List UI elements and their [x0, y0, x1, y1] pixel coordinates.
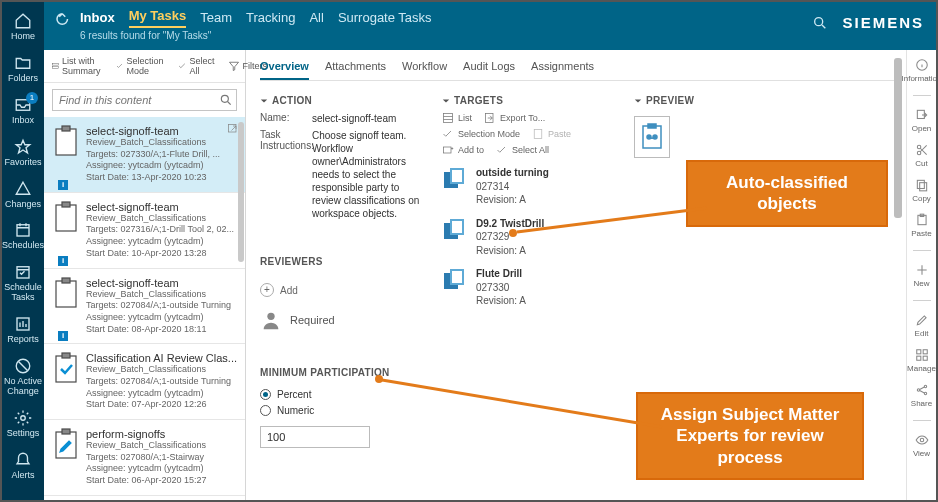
rail-paste[interactable]: Paste: [907, 213, 936, 238]
targets-section-header[interactable]: TARGETS: [442, 89, 620, 112]
min-participation-header: MINIMUM PARTICIPATION: [260, 361, 428, 384]
content-area: List with Summary Selection Mode Select …: [44, 50, 906, 500]
open-icon: [915, 108, 929, 122]
target-item[interactable]: D9.2 TwistDrill 027329 Revision: A: [442, 217, 620, 258]
svg-rect-36: [452, 271, 462, 283]
tab-audit-logs[interactable]: Audit Logs: [463, 60, 515, 80]
action-section-header[interactable]: ACTION: [260, 89, 428, 112]
task-item[interactable]: select-signoff-team Review_Batch_Classif…: [44, 269, 245, 345]
header-tab-all[interactable]: All: [309, 10, 323, 28]
task-title: perform-signoffs: [86, 428, 239, 440]
tab-overview[interactable]: Overview: [260, 60, 309, 80]
list-with-summary-button[interactable]: List with Summary: [52, 56, 106, 76]
svg-rect-49: [916, 350, 920, 354]
nav-schedules[interactable]: Schedules: [2, 215, 44, 257]
svg-point-53: [917, 389, 919, 391]
participation-value-input[interactable]: 100: [260, 426, 370, 448]
tab-assignments[interactable]: Assignments: [531, 60, 594, 80]
search-icon[interactable]: [812, 15, 828, 31]
header-tab-team[interactable]: Team: [200, 10, 232, 28]
target-name: outside turning: [476, 166, 549, 180]
search-input[interactable]: [52, 89, 237, 111]
rail-label: Paste: [911, 229, 931, 238]
svg-rect-45: [917, 180, 924, 188]
app-header: InboxMy TasksTeamTrackingAllSurrogate Ta…: [44, 2, 936, 50]
nav-changes[interactable]: Changes: [2, 174, 44, 216]
rail-manage[interactable]: Manage: [907, 348, 936, 373]
add-reviewer-button[interactable]: +Add: [260, 283, 428, 297]
nav-reports[interactable]: Reports: [2, 309, 44, 351]
task-assignee: Assignee: yytcadm (yytcadm): [86, 160, 239, 172]
nav-alerts[interactable]: Alerts: [2, 445, 44, 487]
rail-label: Manage: [907, 364, 936, 373]
home-icon: [14, 12, 32, 30]
svg-rect-37: [643, 126, 661, 148]
chevron-down-icon: [634, 97, 642, 105]
header-tab-my-tasks[interactable]: My Tasks: [129, 8, 187, 28]
nav-scheduletasks[interactable]: Schedule Tasks: [2, 257, 44, 309]
task-subtitle: Review_Batch_Classifications: [86, 289, 239, 301]
rail-edit[interactable]: Edit: [907, 313, 936, 338]
rail-open[interactable]: Open: [907, 108, 936, 133]
action-column: ACTION Name:select-signoff-team Task Ins…: [260, 89, 428, 448]
target-icon: [442, 217, 468, 243]
nav-settings[interactable]: Settings: [2, 403, 44, 445]
reviewers-section-header: REVIEWERS: [260, 250, 428, 273]
targets-selmode-button[interactable]: Selection Mode: [442, 128, 520, 140]
nav-label: Home: [11, 32, 35, 42]
header-tab-tracking[interactable]: Tracking: [246, 10, 295, 28]
tasklist-scrollbar[interactable]: [238, 122, 244, 492]
search-icon[interactable]: [219, 93, 233, 107]
preview-thumbnail[interactable]: [634, 116, 670, 158]
rail-label: New: [913, 279, 929, 288]
task-item[interactable]: Classification AI Review Clas... Review_…: [44, 496, 245, 500]
svg-point-55: [924, 392, 926, 394]
targets-export-button[interactable]: Export To...: [484, 112, 545, 124]
svg-point-5: [21, 416, 26, 421]
task-title: select-signoff-team: [86, 201, 239, 213]
target-item[interactable]: outside turning 027314 Revision: A: [442, 166, 620, 207]
instructions-label: Task Instructions:: [260, 129, 306, 220]
tab-attachments[interactable]: Attachments: [325, 60, 386, 80]
targets-selall-button[interactable]: Select All: [496, 144, 549, 156]
rail-share[interactable]: Share: [907, 383, 936, 408]
svg-rect-42: [917, 110, 924, 118]
preview-section-header[interactable]: PREVIEW: [634, 89, 894, 112]
header-tab-surrogate-tasks[interactable]: Surrogate Tasks: [338, 10, 432, 28]
detail-scrollbar[interactable]: [894, 58, 902, 492]
nav-noactivechange[interactable]: No Active Change: [2, 351, 44, 403]
nav-inbox[interactable]: Inbox1: [2, 90, 44, 132]
svg-rect-50: [923, 350, 927, 354]
brand-logo: SIEMENS: [842, 14, 924, 31]
nav-more[interactable]: More...: [2, 487, 44, 502]
task-item[interactable]: Classification AI Review Clas... Review_…: [44, 344, 245, 420]
targets-paste-button[interactable]: Paste: [532, 128, 571, 140]
settings-icon: [14, 409, 32, 427]
rail-info[interactable]: Information: [907, 58, 936, 83]
targets-addto-button[interactable]: Add to: [442, 144, 484, 156]
task-item[interactable]: select-signoff-team Review_Batch_Classif…: [44, 193, 245, 269]
percent-radio[interactable]: Percent: [260, 389, 428, 400]
right-rail: InformationOpenCutCopyPasteNewEditManage…: [906, 50, 936, 500]
nav-folders[interactable]: Folders: [2, 48, 44, 90]
svg-rect-8: [52, 66, 58, 68]
target-id: 027314: [476, 180, 549, 194]
rail-copy[interactable]: Copy: [907, 178, 936, 203]
task-item[interactable]: perform-signoffs Review_Batch_Classifica…: [44, 420, 245, 496]
task-item[interactable]: select-signoff-team Review_Batch_Classif…: [44, 117, 245, 193]
info-flag-icon: i: [58, 256, 68, 266]
svg-rect-16: [62, 278, 70, 283]
nav-home[interactable]: Home: [2, 6, 44, 48]
tab-workflow[interactable]: Workflow: [402, 60, 447, 80]
rail-new[interactable]: New: [907, 263, 936, 288]
rail-view[interactable]: View: [907, 433, 936, 458]
nav-favorites[interactable]: Favorites: [2, 132, 44, 174]
selection-mode-button[interactable]: Selection Mode: [116, 56, 168, 76]
edit-icon: [915, 313, 929, 327]
back-icon[interactable]: [54, 10, 72, 28]
target-item[interactable]: Flute Drill 027330 Revision: A: [442, 267, 620, 308]
rail-cut[interactable]: Cut: [907, 143, 936, 168]
targets-list-button[interactable]: List: [442, 112, 472, 124]
numeric-radio[interactable]: Numeric: [260, 405, 428, 416]
select-all-button[interactable]: Select All: [178, 56, 218, 76]
